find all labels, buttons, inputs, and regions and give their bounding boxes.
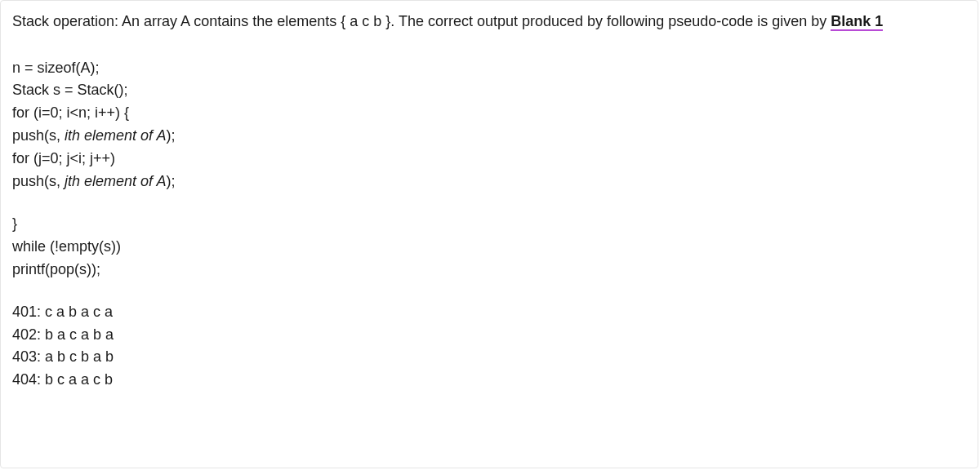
blank-1[interactable]: Blank 1 bbox=[831, 13, 883, 31]
option-404: 404: b c a a c b bbox=[12, 369, 966, 392]
code-line: push(s, jth element of A); bbox=[12, 171, 966, 193]
blank-line bbox=[12, 193, 966, 213]
answer-options: 401: c a b a c a 402: b a c a b a 403: a… bbox=[12, 301, 966, 392]
code-line: for (j=0; j<i; j++) bbox=[12, 148, 966, 171]
spacer bbox=[12, 282, 966, 301]
code-fragment-italic: jth element of A bbox=[65, 173, 166, 189]
code-fragment: push(s, bbox=[12, 127, 65, 144]
code-line: } bbox=[12, 213, 966, 236]
code-line: n = sizeof(A); bbox=[12, 57, 966, 80]
option-402: 402: b a c a b a bbox=[12, 324, 966, 347]
code-fragment: ); bbox=[166, 127, 175, 144]
code-fragment-italic: ith element of A bbox=[65, 127, 166, 144]
question-prefix: Stack operation: An array A contains the… bbox=[12, 13, 831, 29]
question-card: Stack operation: An array A contains the… bbox=[0, 0, 978, 468]
code-fragment: push(s, bbox=[12, 173, 65, 189]
code-line: Stack s = Stack(); bbox=[12, 79, 966, 102]
question-text: Stack operation: An array A contains the… bbox=[12, 9, 966, 34]
code-line: for (i=0; i<n; i++) { bbox=[12, 102, 966, 125]
code-fragment: ); bbox=[166, 173, 175, 189]
code-line: push(s, ith element of A); bbox=[12, 125, 966, 148]
code-line: while (!empty(s)) bbox=[12, 236, 966, 259]
option-401: 401: c a b a c a bbox=[12, 301, 966, 324]
code-line: printf(pop(s)); bbox=[12, 259, 966, 282]
pseudo-code-block: n = sizeof(A); Stack s = Stack(); for (i… bbox=[12, 57, 966, 282]
option-403: 403: a b c b a b bbox=[12, 346, 966, 369]
